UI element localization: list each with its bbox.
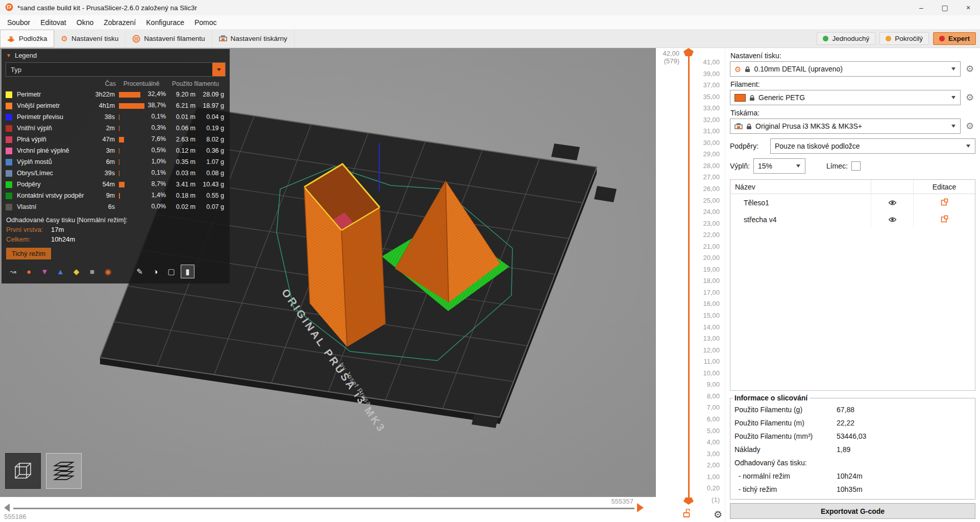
slice-info-label: - normální režim xyxy=(734,472,837,480)
menu-item-konfigurace[interactable]: Konfigurace xyxy=(141,17,189,28)
pause-prints-icon[interactable]: ‖ xyxy=(117,265,130,278)
print-settings-label: Nastavení tisku: xyxy=(730,52,975,60)
printer-select[interactable]: Original Prusa i3 MK3S & MK3S+ xyxy=(730,118,961,134)
feature-percent: 1,4% xyxy=(152,192,166,199)
preview-view-thumbnail[interactable] xyxy=(46,453,82,489)
layer-tick-label: 10,00 xyxy=(703,369,720,377)
chevron-down-icon xyxy=(951,125,955,128)
mode-jednoduchy[interactable]: Jednoduchý xyxy=(817,32,875,45)
legend-row[interactable]: Perimetr převisu38s0,1%0.01 m0.04 g xyxy=(2,111,230,123)
mode-expert[interactable]: Expert xyxy=(933,32,976,45)
move-slider-track[interactable] xyxy=(13,508,634,509)
close-button[interactable]: × xyxy=(957,0,980,15)
legend-row[interactable]: Plná výplň47m7,6%2.63 m8.02 g xyxy=(2,134,230,145)
prusaslicer-window: *sand castle build kit - PrusaSlicer-2.6… xyxy=(0,0,980,522)
brim-checkbox[interactable] xyxy=(851,161,861,171)
3d-viewport[interactable]: ORIGINAL PRUSA i3 MK3 by Josef Prusa xyxy=(0,48,656,497)
gear-icon: ⚙ xyxy=(61,35,68,42)
edit-object-icon[interactable] xyxy=(914,215,975,224)
print-settings-gear-button[interactable]: ⚙ xyxy=(964,63,975,75)
window-title: *sand castle build kit - PrusaSlicer-2.6… xyxy=(17,4,197,12)
menu-item-zobrazeni[interactable]: Zobrazení xyxy=(99,17,141,28)
legend-title: Legend xyxy=(15,52,37,59)
editor-view-thumbnail[interactable] xyxy=(5,453,41,489)
percent-bar xyxy=(119,148,119,154)
legend-row[interactable]: Výplň mostů6m1,0%0.35 m1.07 g xyxy=(2,156,230,168)
minimize-button[interactable]: – xyxy=(910,0,933,15)
layer-tick-label: 18,00 xyxy=(703,277,720,284)
eye-icon[interactable] xyxy=(871,211,914,228)
tool-marker-icon[interactable]: ▮ xyxy=(181,265,194,278)
center-of-gravity-icon[interactable]: ◑ xyxy=(149,265,162,278)
feature-percent: 0,5% xyxy=(152,147,166,154)
tab-label: Nastavení tiskárny xyxy=(231,35,287,42)
print-settings-select[interactable]: ⚙ 0.10mm DETAIL (upraveno) xyxy=(730,61,961,77)
menu-bar: SouborEditovatOknoZobrazeníKonfiguracePo… xyxy=(0,15,980,30)
feature-weight: 10.43 g xyxy=(195,181,224,188)
menu-item-soubor[interactable]: Soubor xyxy=(2,17,35,28)
legend-row[interactable]: Podpěry54m8,7%3.41 m10.43 g xyxy=(2,179,230,190)
stealth-mode-button[interactable]: Tichý režim xyxy=(6,248,51,259)
edit-object-icon[interactable] xyxy=(914,198,975,207)
feature-percent: 7,6% xyxy=(152,135,166,143)
tab-podlozka[interactable]: Podložka xyxy=(0,30,55,48)
filament-select[interactable]: Generic PETG xyxy=(730,90,961,105)
infill-select[interactable]: 15% xyxy=(753,158,805,174)
feature-percent: 1,0% xyxy=(152,158,166,165)
object-row[interactable]: střecha v4 xyxy=(730,211,975,228)
feature-time: 9m xyxy=(90,192,116,199)
legend-row[interactable]: Perimetr3h22m32,4%9.20 m28.09 g xyxy=(2,89,230,100)
layer-tick-label: 28,00 xyxy=(703,162,720,170)
travels-icon[interactable]: ↝ xyxy=(7,265,19,278)
legend-row[interactable]: Kontaktní vrstvy podpěr9m1,4%0.18 m0.55 … xyxy=(2,190,230,201)
supports-select[interactable]: Pouze na tiskové podložce xyxy=(770,138,975,154)
legend-row[interactable]: Vnější perimetr4h1m38,7%6.21 m18.97 g xyxy=(2,100,230,111)
feature-label: Podpěry xyxy=(14,181,90,188)
shells-icon[interactable]: ▢ xyxy=(165,265,178,278)
slider-gear-icon[interactable]: ⚙ xyxy=(714,509,722,520)
layer-tick-label: 33,00 xyxy=(703,104,720,112)
custom-gcodes-icon[interactable]: ✎ xyxy=(133,265,146,278)
layer-tick-label: 41,00 xyxy=(703,58,720,66)
tool-changes-icon[interactable]: ■ xyxy=(86,265,99,278)
mode-pokrocily[interactable]: Pokročilý xyxy=(879,32,929,45)
eye-icon[interactable] xyxy=(871,194,914,211)
feature-time: 47m xyxy=(90,136,116,143)
move-slider-left-handle[interactable] xyxy=(4,504,10,512)
wipe-icon[interactable]: ● xyxy=(22,265,35,278)
seams-icon[interactable]: ◆ xyxy=(70,265,83,278)
legend-header[interactable]: ▼ Legend xyxy=(2,49,230,61)
legend-row[interactable]: Vnitřní výplň2m0,3%0.06 m0.19 g xyxy=(2,123,230,134)
maximize-button[interactable]: ▢ xyxy=(933,0,957,15)
printer-gear-button[interactable]: ⚙ xyxy=(964,121,975,132)
legend-row[interactable]: Obrys/Límec39s0,1%0.03 m0.08 g xyxy=(2,168,230,179)
color-changes-icon[interactable]: ◉ xyxy=(102,265,114,278)
move-slider-right-handle[interactable] xyxy=(637,503,644,512)
menu-item-editovat[interactable]: Editovat xyxy=(35,17,71,28)
object-name: Těleso1 xyxy=(730,199,871,207)
slice-info-label: Náklady xyxy=(734,445,837,454)
view-type-select[interactable]: Typ xyxy=(6,62,226,77)
feature-percent: 8,7% xyxy=(152,180,166,187)
layer-slider-upper-handle[interactable] xyxy=(683,48,694,56)
retractions-icon[interactable]: ▼ xyxy=(38,265,51,278)
tab-nastaveni-filamentu[interactable]: Nastavení filamentu xyxy=(126,30,212,48)
tab-nastaveni-tiskarny[interactable]: Nastavení tiskárny xyxy=(212,30,295,48)
filament-label: Filament: xyxy=(730,80,975,88)
legend-row[interactable]: Vrchní plné výplně3m0,5%0.12 m0.36 g xyxy=(2,145,230,156)
slider-lock-icon[interactable] xyxy=(682,509,691,519)
layer-slider-track[interactable] xyxy=(688,54,690,501)
object-row[interactable]: Těleso1 xyxy=(730,194,975,211)
feature-length: 0.03 m xyxy=(167,170,195,177)
title-bar: *sand castle build kit - PrusaSlicer-2.6… xyxy=(0,0,980,15)
tab-nastaveni-tisku[interactable]: ⚙Nastavení tisku xyxy=(55,30,126,48)
menu-item-okno[interactable]: Okno xyxy=(71,17,99,28)
feature-length: 3.41 m xyxy=(167,181,195,188)
slice-info-value: 10h35m xyxy=(837,485,863,493)
deretractions-icon[interactable]: ▲ xyxy=(54,265,67,278)
legend-row[interactable]: Vlastní6s0,0%0.02 m0.07 g xyxy=(2,201,230,212)
filament-gear-button[interactable]: ⚙ xyxy=(964,92,975,103)
menu-item-pomoc[interactable]: Pomoc xyxy=(189,17,222,28)
export-gcode-button[interactable]: Exportovat G-code xyxy=(730,503,975,519)
tab-bar: Podložka⚙Nastavení tiskuNastavení filame… xyxy=(0,30,980,48)
